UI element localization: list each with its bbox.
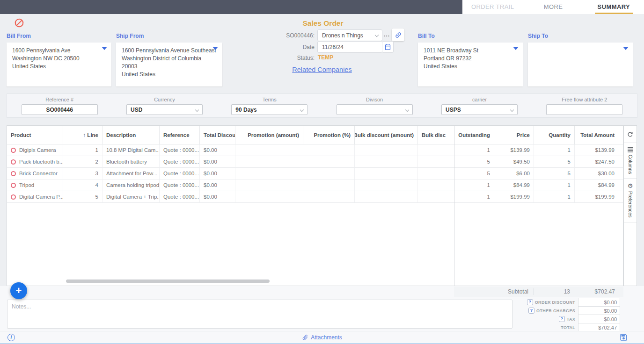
chevron-down-icon <box>300 108 304 111</box>
column-header-bulk-discount-amount[interactable]: Bulk discount (amount) <box>355 126 418 144</box>
tab-summary[interactable]: SUMMARY <box>584 0 644 14</box>
carrier-select[interactable]: USPS <box>441 104 518 115</box>
cell-price: $84.99 <box>494 179 534 191</box>
refresh-button[interactable] <box>624 126 637 143</box>
table-row[interactable]: Pack bluetooth b...2Bluetooth batteryQuo… <box>7 156 623 168</box>
chevron-down-icon <box>195 108 199 111</box>
ship-from-box[interactable]: 1600 Pennsylvania Avenue Southeast Washi… <box>116 43 222 86</box>
cell-description: Digital Camera + Trip... <box>102 191 160 202</box>
link-company-button[interactable] <box>392 29 404 41</box>
table-row[interactable]: Digital Camera P...5Digital Camera + Tri… <box>7 191 623 203</box>
subtotal-label: Subtotal <box>454 288 534 295</box>
cell-value: Quote : 0000... <box>163 147 199 153</box>
related-companies-link[interactable]: Related Companies <box>280 66 364 73</box>
horizontal-scrollbar-thumb[interactable] <box>66 280 270 283</box>
cell-bulk_discount_amount <box>355 168 418 179</box>
ship-to-box[interactable] <box>528 43 633 86</box>
add-line-button[interactable]: + <box>10 282 27 299</box>
column-header-price[interactable]: Price <box>494 126 534 144</box>
cell-product: Brick Connector <box>7 168 63 179</box>
table-row[interactable]: Tripod4Camera holding tripodQuote : 0000… <box>7 179 623 191</box>
column-header-label: Quantity <box>549 132 571 138</box>
attribute-currency: CurrencyUSD <box>112 94 217 117</box>
column-header-line[interactable]: ↑Line <box>63 126 102 144</box>
column-header-label: Promotion (amount) <box>248 132 299 138</box>
tab-order-trail[interactable]: ORDER TRAIL <box>462 0 523 14</box>
cell-value: 5 <box>487 159 490 165</box>
help-icon[interactable]: ? <box>528 308 534 314</box>
company-more-button[interactable]: ... <box>384 31 390 38</box>
cell-value: $199.99 <box>595 194 615 200</box>
cell-value: 2 <box>95 159 98 165</box>
table-row[interactable]: Brick Connector3Attachment for Pow...Quo… <box>7 168 623 179</box>
divison-select[interactable] <box>337 104 413 115</box>
calendar-icon <box>384 43 391 50</box>
grid-side-panel: Columns ⚙ Preferences <box>623 125 637 286</box>
topbar-dark-strip <box>0 0 462 14</box>
column-header-bulk-disc[interactable]: Bulk disc <box>418 126 454 144</box>
attribute-label: carrier <box>427 97 532 102</box>
cell-bulk_discount_amount <box>355 191 418 202</box>
cell-value: Attachment for Pow... <box>106 171 157 176</box>
dropdown-triangle-icon[interactable] <box>623 47 629 50</box>
cell-value: Digital Camera P... <box>19 194 63 200</box>
calendar-button[interactable] <box>382 41 394 53</box>
total-label: OTHER CHARGES <box>536 308 575 313</box>
order-attributes-band: Reference #CurrencyUSDTerms90 DaysDiviso… <box>7 93 637 118</box>
bill-from-box[interactable]: 1600 Pennsylvania Ave Washington NW DC 2… <box>7 43 111 86</box>
attribute-label: Free flow attribute 2 <box>532 97 637 102</box>
columns-tab[interactable]: Columns <box>624 143 637 179</box>
company-select[interactable]: Drones n Things <box>317 29 382 41</box>
cell-promotion_pct <box>303 168 355 179</box>
terms-select[interactable]: 90 Days <box>231 104 307 115</box>
cell-quantity: 1 <box>534 191 575 202</box>
plus-icon: + <box>16 285 22 297</box>
dropdown-triangle-icon[interactable] <box>513 47 519 50</box>
cell-bulk_discount_amount <box>355 156 418 167</box>
cell-value: 1 <box>568 182 571 188</box>
tab-more[interactable]: MORE <box>523 0 583 14</box>
column-header-product[interactable]: Product <box>7 126 63 144</box>
chevron-down-icon <box>510 108 514 111</box>
attachments-label: Attachments <box>311 334 342 341</box>
column-header-total-discou[interactable]: Total Discou... <box>200 126 235 144</box>
cell-promotion_pct <box>303 179 355 191</box>
column-header-total-amount[interactable]: Total Amount <box>575 126 623 144</box>
column-header-outstanding[interactable]: Outstanding <box>454 126 494 144</box>
free-flow-attribute-2-input[interactable] <box>546 104 622 115</box>
cell-promotion_amount <box>235 144 303 156</box>
reference-input[interactable] <box>22 104 98 115</box>
column-header-promotion[interactable]: Promotion (%) <box>303 126 355 144</box>
cell-line: 3 <box>63 168 102 179</box>
ship-from-label: Ship From <box>116 33 144 39</box>
cell-price: $199.99 <box>494 191 534 202</box>
column-header-label: Reference <box>163 132 190 138</box>
cell-bulk_disc <box>418 191 454 202</box>
save-button[interactable] <box>619 333 628 344</box>
table-row[interactable]: Digipix Camera110.8 MP Digital Cam...Quo… <box>7 144 623 156</box>
dropdown-triangle-icon[interactable] <box>212 47 218 50</box>
cell-value: Tripod <box>19 182 34 188</box>
cell-value: Quote : 0000... <box>163 171 199 176</box>
notes-input[interactable] <box>7 300 512 329</box>
dropdown-triangle-icon[interactable] <box>102 47 107 50</box>
cell-description: Attachment for Pow... <box>102 168 160 179</box>
attachments-link[interactable]: Attachments <box>0 331 644 343</box>
bill-to-box[interactable]: 1011 NE Broadway St Portland OR 97232 Un… <box>418 43 523 86</box>
cell-product: Digital Camera P... <box>7 191 63 202</box>
column-header-description[interactable]: Description <box>102 126 160 144</box>
column-header-quantity[interactable]: Quantity <box>534 126 575 144</box>
column-header-label: Total Discou... <box>204 132 235 138</box>
cell-line: 4 <box>63 179 102 191</box>
cancel-order-button[interactable] <box>14 18 24 28</box>
column-header-reference[interactable]: Reference <box>160 126 200 144</box>
cell-value: $0.00 <box>204 171 217 176</box>
currency-select[interactable]: USD <box>126 104 203 115</box>
column-header-promotion-amount[interactable]: Promotion (amount) <box>235 126 303 144</box>
cell-value: 1 <box>568 147 571 153</box>
help-icon[interactable]: ? <box>559 316 565 322</box>
column-header-label: Line <box>87 132 98 138</box>
date-field[interactable]: 11/26/24 <box>317 41 382 53</box>
help-icon[interactable]: ? <box>527 299 533 305</box>
preferences-tab[interactable]: ⚙ Preferences <box>624 179 637 222</box>
